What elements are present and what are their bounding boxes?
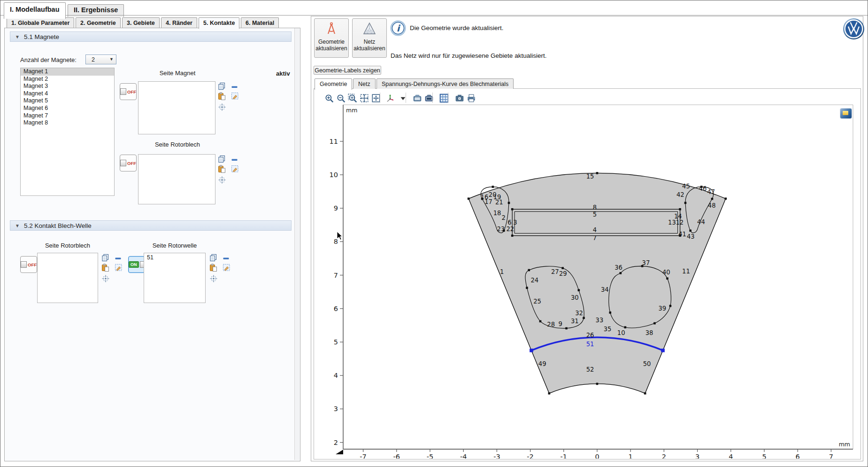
main-tab-modellaufbau[interactable]: I. Modellaufbau [4, 2, 66, 19]
toggle-off-seite-rotorblech[interactable]: OFF [120, 155, 137, 171]
edge-label: 4 [593, 226, 597, 234]
paste-icon[interactable] [101, 264, 109, 272]
paste-icon[interactable] [209, 264, 217, 272]
list-item[interactable]: Magnet 3 [21, 83, 114, 90]
info-icon: i [390, 20, 406, 36]
list-item[interactable]: Magnet 1 [21, 68, 114, 76]
toggle-off-seite-rotorblech[interactable]: OFF [20, 256, 37, 273]
selection-list-seite-rotorwelle[interactable]: 51 [144, 253, 206, 303]
magnet-count-dropdown[interactable]: 2 ▼ [85, 54, 116, 64]
copy-icon[interactable] [101, 254, 109, 262]
copy-icon[interactable] [218, 82, 226, 90]
section-header-kontakt[interactable]: ▼5.2 Kontakt Blech-Welle [10, 220, 292, 231]
toggle-on-seite-rotorwelle[interactable]: ON [128, 256, 145, 273]
clear-selection-icon[interactable] [231, 165, 239, 173]
x-tick-label: -3 [493, 453, 500, 459]
clear-selection-icon[interactable] [223, 264, 230, 272]
paste-icon[interactable] [218, 92, 226, 100]
edge-label: 10 [617, 329, 625, 336]
edge-label: 26 [586, 332, 594, 339]
list-item[interactable]: Magnet 5 [21, 97, 114, 105]
vertex-marker [596, 383, 599, 385]
step-tab-5[interactable]: 5. Kontakte [199, 17, 239, 29]
geometry-plot-canvas[interactable]: -7-6-5-4-3-2-101234567234567891011mmmm15… [314, 99, 860, 459]
remove-icon[interactable] [231, 83, 239, 91]
selection-list-seite-rotorblech[interactable] [37, 253, 98, 303]
edge-label: 2 [501, 214, 505, 221]
zoom-to-selection-icon[interactable] [218, 176, 226, 184]
step-tab-1[interactable]: 1. Globale Parameter [7, 17, 74, 28]
selection-list-seite-rotorblech[interactable] [138, 154, 215, 204]
clear-selection-icon[interactable] [115, 264, 123, 272]
on-label: ON [129, 261, 139, 268]
step-tab-4[interactable]: 4. Ränder [161, 17, 197, 28]
list-item[interactable]: Magnet 8 [21, 119, 114, 127]
step-tab-6[interactable]: 6. Material [241, 17, 279, 28]
edge-label: 5 [593, 211, 597, 218]
paste-icon[interactable] [218, 165, 226, 173]
y-tick-label: 6 [334, 305, 338, 312]
x-tick-label: -5 [427, 453, 433, 459]
update-geometry-button[interactable]: Geometrieaktualisieren [314, 18, 349, 58]
dropdown-value: 2 [92, 56, 95, 63]
zoom-to-selection-icon[interactable] [210, 275, 218, 283]
edge-label: 46 [699, 185, 707, 192]
x-tick-label: 4 [729, 453, 733, 459]
step-tab-3[interactable]: 3. Gebiete [122, 17, 160, 28]
list-item[interactable]: Magnet 6 [21, 105, 114, 112]
remove-icon[interactable] [115, 255, 123, 263]
edge-label: 41 [678, 231, 686, 238]
group-title-seite-magnet: Seite Magnet [160, 70, 196, 77]
step-tab-2[interactable]: 2. Geometrie [76, 17, 121, 28]
list-item[interactable]: Magnet 7 [21, 112, 114, 120]
vertex-marker [548, 392, 551, 395]
view-tab-geometrie[interactable]: Geometrie [315, 78, 352, 90]
y-tick-label: 4 [334, 372, 338, 379]
x-tick-label: -2 [527, 453, 533, 459]
view-tab-spannungs-dehnungs-kurve-des-blechmaterials[interactable]: Spannungs-Dehnungs-Kurve des Blechmateri… [376, 78, 514, 89]
y-tick-label: 9 [334, 204, 338, 212]
view-tab-netz[interactable]: Netz [353, 78, 376, 89]
list-item[interactable]: Magnet 2 [21, 76, 114, 83]
magnet-list[interactable]: Magnet 1Magnet 2Magnet 3Magnet 4Magnet 5… [20, 68, 115, 196]
show-geometry-labels-button[interactable]: Geometrie-Labels zeigen [314, 66, 381, 75]
vertex-marker [526, 287, 528, 289]
y-tick-label: 7 [334, 272, 338, 279]
left-panel-scrollbar[interactable] [294, 28, 300, 460]
clear-selection-icon[interactable] [231, 92, 239, 100]
vertex-marker [596, 172, 599, 174]
vertex-marker [492, 186, 494, 188]
vertex-marker [539, 320, 542, 323]
edge-label: 21 [495, 199, 503, 206]
selection-list-seite-magnet[interactable] [138, 81, 215, 134]
edge-label: 32 [575, 310, 583, 317]
remove-icon[interactable] [231, 156, 239, 164]
plot-thumbnail-icon[interactable] [840, 109, 852, 118]
vertex-marker [511, 234, 514, 237]
group-title-seite-rotorblech: Seite Rotorblech [45, 242, 90, 249]
copy-icon[interactable] [218, 155, 226, 163]
zoom-to-selection-icon[interactable] [102, 275, 110, 283]
edge-label: 34 [601, 286, 609, 293]
vertex-marker [578, 289, 580, 291]
edge-label: 17 [484, 198, 492, 205]
off-label: OFF [127, 89, 136, 94]
vertex-marker [684, 202, 687, 204]
toggle-off-seite-magnet[interactable]: OFF [120, 83, 137, 100]
copy-icon[interactable] [209, 254, 217, 262]
edge-label: 27 [551, 268, 559, 275]
mesh-note: Das Netz wird nur für zugewiesene Gebiet… [391, 52, 546, 59]
remove-icon[interactable] [223, 255, 230, 263]
edge-label: 28 [547, 321, 555, 328]
x-tick-label: 7 [829, 453, 833, 459]
edge-label: 18 [493, 210, 501, 217]
update-mesh-button[interactable]: Netzaktualisieren [352, 18, 387, 58]
selected-vertex-marker [530, 349, 533, 352]
edge-label: 33 [596, 317, 604, 324]
list-item[interactable]: Magnet 4 [21, 90, 114, 98]
edge-label: 47 [707, 188, 715, 195]
section-header-magnete[interactable]: ▼5.1 Magnete [10, 31, 292, 42]
y-tick-label: 10 [330, 171, 338, 179]
zoom-to-selection-icon[interactable] [218, 103, 226, 111]
x-tick-label: 6 [796, 453, 800, 459]
